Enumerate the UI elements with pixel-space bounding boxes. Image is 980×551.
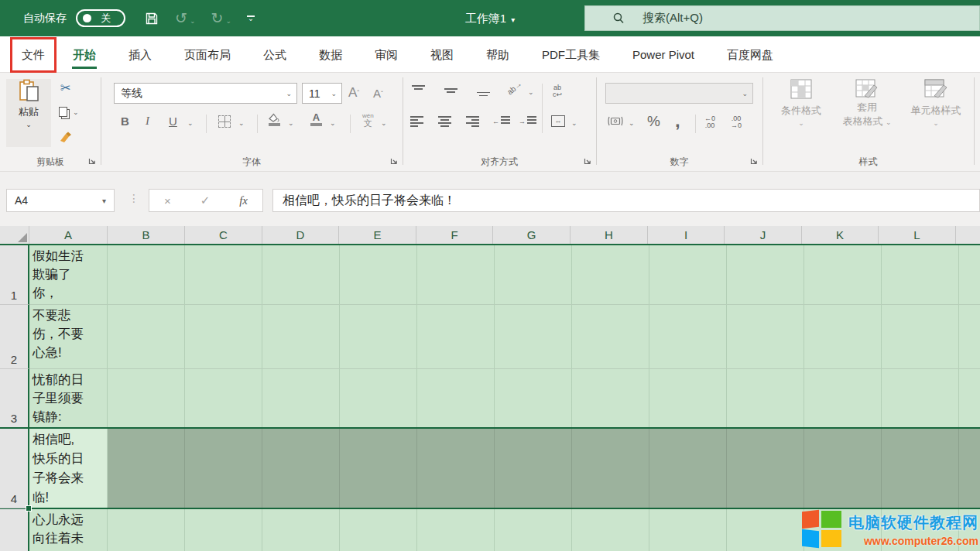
underline-button[interactable]: U (169, 115, 177, 128)
row-4-cells[interactable] (108, 429, 980, 508)
row-3-cells[interactable] (108, 369, 980, 427)
enter-icon[interactable]: ✓ (200, 193, 211, 207)
borders-dropdown-icon[interactable]: ⌄ (238, 119, 245, 127)
bold-button[interactable]: B (121, 115, 129, 128)
accounting-format-icon[interactable] (607, 115, 624, 127)
insert-function-icon[interactable]: fx (239, 194, 248, 207)
cell-styles-button[interactable]: 单元格样式 ⌄ (900, 79, 971, 127)
italic-button[interactable]: I (146, 115, 149, 128)
tab-file[interactable]: 文件 (10, 37, 57, 73)
format-painter-icon[interactable] (59, 132, 72, 143)
name-box[interactable]: A4 ▾ (6, 189, 115, 212)
column-header-c[interactable]: C (185, 226, 262, 244)
select-all-corner[interactable] (0, 226, 29, 244)
tab-power-pivot[interactable]: Power Pivot (616, 36, 711, 73)
name-box-dropdown-icon[interactable]: ▾ (102, 197, 106, 205)
paste-button[interactable]: 粘贴 ⌄ (6, 79, 51, 147)
column-header-f[interactable]: F (416, 226, 493, 244)
orientation-dropdown-icon[interactable]: ⌄ (528, 88, 534, 96)
increase-indent-icon[interactable]: → (519, 116, 536, 127)
redo-dropdown-icon[interactable]: ⌄ (225, 17, 231, 25)
column-header-partial[interactable] (956, 226, 980, 244)
undo-dropdown-icon[interactable]: ⌄ (190, 17, 196, 25)
increase-font-icon[interactable]: Aˆ (348, 85, 359, 101)
font-color-dropdown-icon[interactable]: ⌄ (330, 119, 336, 127)
merge-dropdown-icon[interactable]: ⌄ (571, 119, 577, 127)
autosave-toggle[interactable]: 关 (76, 9, 125, 27)
decrease-decimal-icon[interactable]: .00→0 (731, 115, 742, 129)
tab-formulas[interactable]: 公式 (247, 36, 303, 73)
phonetic-dropdown-icon[interactable]: ⌄ (381, 119, 387, 127)
tab-pdf-tools[interactable]: PDF工具集 (526, 36, 616, 73)
cell-a4-active[interactable]: 相信吧, 快乐的日 子将会来 临! (29, 429, 108, 508)
row-header-3[interactable]: 3 (0, 369, 29, 428)
merge-center-icon[interactable]: ↔ (551, 115, 565, 127)
column-header-l[interactable]: L (879, 226, 956, 244)
row-header-4[interactable]: 4 (0, 429, 29, 508)
increase-decimal-icon[interactable]: ←0.00 (704, 115, 715, 129)
tab-view[interactable]: 视图 (414, 36, 470, 73)
undo-icon[interactable]: ↺⌄ (175, 9, 195, 27)
align-bottom-icon[interactable] (477, 85, 490, 96)
paste-dropdown-icon[interactable]: ⌄ (26, 121, 32, 128)
column-header-g[interactable]: G (493, 226, 571, 244)
cell-a1[interactable]: 假如生活 欺骗了 你， (29, 245, 108, 304)
percent-style-icon[interactable]: % (647, 113, 660, 130)
cancel-icon[interactable]: × (164, 194, 171, 207)
cell-a2[interactable]: 不要悲 伤，不要 心急! (29, 305, 108, 368)
cell-a5[interactable]: 心儿永远 向往着未 (29, 509, 108, 551)
font-name-select[interactable]: 等线⌄ (114, 83, 297, 104)
column-header-k[interactable]: K (802, 226, 879, 244)
column-header-d[interactable]: D (262, 226, 339, 244)
align-middle-icon[interactable] (444, 85, 457, 96)
row-header-5[interactable] (0, 509, 29, 551)
fill-color-dropdown-icon[interactable]: ⌄ (288, 119, 294, 127)
tab-data[interactable]: 数据 (303, 36, 358, 73)
copy-dropdown-icon[interactable]: ⌄ (73, 108, 79, 116)
row-header-2[interactable]: 2 (0, 305, 29, 369)
clipboard-dialog-launcher-icon[interactable] (88, 156, 96, 167)
format-as-table-button[interactable]: 套用 表格格式 ⌄ (834, 79, 900, 128)
underline-dropdown-icon[interactable]: ⌄ (187, 119, 194, 127)
alignment-dialog-launcher-icon[interactable] (584, 156, 591, 167)
tab-baidu-netdisk[interactable]: 百度网盘 (711, 36, 790, 73)
column-header-b[interactable]: B (108, 226, 185, 244)
copy-icon[interactable]: ⌄ (59, 107, 79, 117)
customize-toolbar-icon[interactable]: ⌄ (247, 15, 255, 22)
font-color-icon[interactable]: A (310, 112, 322, 126)
tab-insert[interactable]: 插入 (112, 36, 168, 73)
number-dialog-launcher-icon[interactable] (750, 156, 758, 167)
phonetic-guide-icon[interactable]: wén文 (362, 113, 374, 128)
row-2-cells[interactable] (108, 305, 980, 368)
number-format-select[interactable]: ⌄ (605, 83, 753, 104)
tab-page-layout[interactable]: 页面布局 (168, 36, 247, 73)
formula-bar-resize-handle[interactable]: ⋮ (128, 192, 139, 204)
font-dialog-launcher-icon[interactable] (390, 156, 398, 167)
row-header-1[interactable]: 1 (0, 245, 29, 305)
wrap-text-icon[interactable]: abc↩ (553, 84, 562, 98)
cell-a3[interactable]: 忧郁的日 子里须要 镇静: (29, 369, 108, 427)
tab-home[interactable]: 开始 (57, 36, 112, 73)
font-size-select[interactable]: 11⌄ (302, 83, 342, 104)
comma-style-icon[interactable]: , (675, 110, 680, 132)
search-input[interactable]: 搜索(Alt+Q) (584, 5, 980, 31)
align-right-icon[interactable] (466, 116, 479, 127)
save-icon[interactable] (144, 11, 159, 26)
column-header-h[interactable]: H (571, 226, 648, 244)
borders-icon[interactable] (218, 115, 231, 128)
orientation-icon[interactable]: ab→ (505, 79, 523, 96)
formula-input[interactable]: 相信吧，快乐的日子将会来临！ (272, 189, 980, 212)
column-header-i[interactable]: I (648, 226, 725, 244)
align-top-icon[interactable] (412, 85, 425, 96)
row-1-cells[interactable] (108, 245, 980, 304)
tab-help[interactable]: 帮助 (470, 36, 526, 73)
accounting-dropdown-icon[interactable]: ⌄ (629, 119, 635, 127)
redo-icon[interactable]: ↻⌄ (211, 9, 231, 27)
align-center-icon[interactable] (438, 116, 451, 127)
fill-handle[interactable] (26, 505, 32, 512)
align-left-icon[interactable] (410, 116, 423, 127)
cut-icon[interactable]: ✂ (60, 80, 70, 95)
tab-review[interactable]: 审阅 (358, 36, 414, 73)
column-header-a[interactable]: A (29, 226, 108, 244)
column-header-j[interactable]: J (725, 226, 802, 244)
